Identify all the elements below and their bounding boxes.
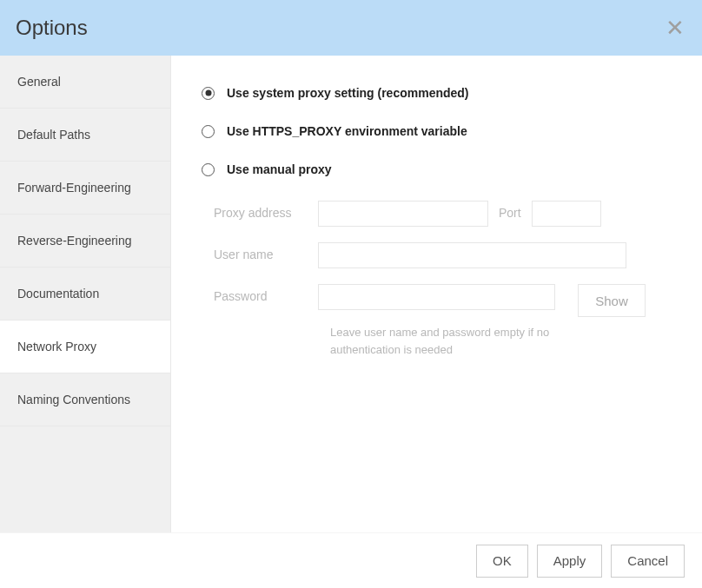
ok-button[interactable]: OK (476, 545, 528, 578)
show-password-button[interactable]: Show (578, 284, 646, 317)
form-row-password: Password Show (214, 284, 672, 317)
radio-label-https-proxy-env[interactable]: Use HTTPS_PROXY environment variable (227, 124, 467, 138)
dialog-body: General Default Paths Forward-Engineerin… (0, 56, 702, 532)
form-row-address: Proxy address Port (214, 201, 672, 227)
dialog-title: Options (16, 16, 88, 40)
sidebar-item-network-proxy[interactable]: Network Proxy (0, 320, 170, 373)
sidebar: General Default Paths Forward-Engineerin… (0, 56, 171, 532)
port-input[interactable] (532, 201, 601, 227)
main-panel: Use system proxy setting (recommended) U… (171, 56, 702, 532)
radio-system-proxy[interactable] (202, 87, 215, 100)
sidebar-item-default-paths[interactable]: Default Paths (0, 109, 170, 162)
sidebar-item-general[interactable]: General (0, 56, 170, 109)
username-input[interactable] (318, 242, 626, 268)
form-row-username: User name (214, 242, 672, 268)
proxy-address-label: Proxy address (214, 201, 318, 220)
cancel-button[interactable]: Cancel (611, 545, 685, 578)
dialog-header: Options ✕ (0, 0, 702, 56)
radio-row-https-proxy-env: Use HTTPS_PROXY environment variable (202, 124, 672, 138)
sidebar-item-naming-conventions[interactable]: Naming Conventions (0, 373, 170, 426)
radio-https-proxy-env[interactable] (202, 125, 215, 138)
radio-row-system-proxy: Use system proxy setting (recommended) (202, 86, 672, 100)
sidebar-item-forward-engineering[interactable]: Forward-Engineering (0, 162, 170, 215)
close-icon[interactable]: ✕ (666, 17, 685, 39)
password-label: Password (214, 284, 318, 303)
apply-button[interactable]: Apply (537, 545, 603, 578)
manual-proxy-form: Proxy address Port User name Password Sh… (214, 201, 672, 358)
radio-row-manual-proxy: Use manual proxy (202, 162, 672, 176)
radio-label-system-proxy[interactable]: Use system proxy setting (recommended) (227, 86, 469, 100)
password-helper-text: Leave user name and password empty if no… (330, 324, 591, 358)
sidebar-item-documentation[interactable]: Documentation (0, 268, 170, 320)
username-label: User name (214, 242, 318, 261)
dialog-footer: OK Apply Cancel (0, 532, 702, 588)
radio-manual-proxy[interactable] (202, 163, 215, 176)
proxy-address-input[interactable] (318, 201, 488, 227)
radio-label-manual-proxy[interactable]: Use manual proxy (227, 162, 332, 176)
sidebar-item-reverse-engineering[interactable]: Reverse-Engineering (0, 215, 170, 268)
port-label: Port (499, 201, 521, 220)
password-input[interactable] (318, 284, 555, 310)
